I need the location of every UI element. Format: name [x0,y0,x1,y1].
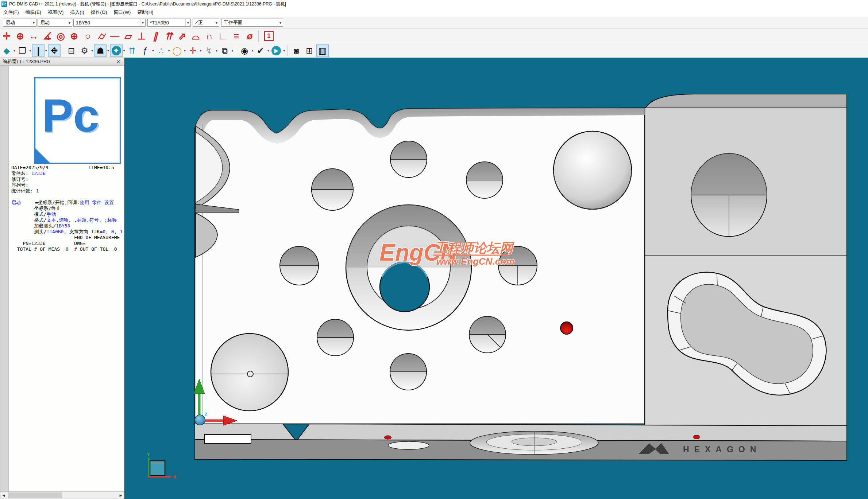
view-combo[interactable]: Z正▾ [193,19,219,27]
menu-item-6[interactable]: 帮助(H) [134,9,157,16]
program-line: 序列号: [11,182,124,188]
profile-line-icon[interactable]: ∩ [202,30,216,43]
toolbar-main: ◆▾❒▾❙▾✥⊟⚙▾☗▾✥▾⇈ƒ▾∴▾◯▾✛▾↯▾⧉▾◉▾✔▾▶▾◙⊞▥ [0,43,868,59]
edit-window-hscrollbar[interactable]: ◄ ► [0,491,124,499]
dome-feature [211,334,288,411]
program-line: DATE=2025/9/9 TIME=10:5 [11,165,124,171]
program-line: 启动 =坐标系/开始,回调:使用_零件_设置 [11,200,124,206]
circularity-icon[interactable]: ○ [81,30,94,43]
program-line: 修订号: [11,176,124,182]
chevron-down-icon[interactable]: ▾ [214,19,219,26]
edit-window-titlebar[interactable]: 编辑窗口 - 12336.PRG ✕ [0,58,124,66]
view-combo-value: Z正 [195,19,203,26]
angularity-icon[interactable]: ∡ [40,30,54,43]
parallelism-icon[interactable]: ∥ [148,30,162,43]
chevron-down-icon[interactable]: ▾ [283,49,285,52]
probe-toggle-icon[interactable]: ❙ [32,44,45,57]
workplane-combo[interactable]: 工作平面▾ [221,19,283,27]
vector-axes-icon[interactable]: ⇈ [126,44,138,57]
probe-file-combo[interactable]: 1BY50▾ [73,19,146,27]
chevron-down-icon[interactable]: ▾ [140,19,145,26]
menu-item-5[interactable]: 窗口(W) [110,9,134,16]
ellipse-tool-icon[interactable]: ◯ [171,44,183,57]
chevron-down-icon[interactable]: ▾ [184,49,186,52]
chevron-down-icon[interactable]: ▾ [216,49,217,52]
chevron-down-icon[interactable]: ▾ [30,49,31,52]
program-text[interactable]: DATE=2025/9/9 TIME=10:5零件名: 12336修订号:序列号… [11,165,124,252]
profile-surface-icon[interactable]: ⌓ [189,30,202,43]
translate-view-icon[interactable]: ✥ [48,44,61,57]
app-icon: Pc [1,1,7,7]
axis-z-label: Z [204,412,208,417]
target-cross-icon[interactable]: ✛ [187,44,199,57]
scroll-left-arrow-icon[interactable]: ◄ [0,493,7,498]
true-position-icon[interactable]: ⊕ [13,30,27,43]
chevron-down-icon[interactable]: ▾ [152,49,154,52]
chevron-down-icon[interactable]: ▾ [251,49,253,52]
concentricity-icon[interactable]: ◎ [54,30,67,43]
chevron-down-icon[interactable]: ▾ [232,49,234,52]
chevron-down-icon[interactable]: ▾ [67,19,72,26]
straightness-icon[interactable]: — [108,30,121,43]
menu-item-1[interactable]: 编辑(E) [22,9,45,16]
circular-runout-icon[interactable]: ⇗ [175,30,189,43]
chart-window-icon[interactable]: ▥ [316,44,329,57]
close-icon[interactable]: ✕ [115,59,122,65]
chevron-down-icon[interactable]: ▾ [13,49,15,52]
program-line: PN=12336 DWG= [11,241,124,246]
manual-mode-icon[interactable]: ☗ [94,44,107,57]
probe-mode-icon[interactable]: ◆ [0,44,13,57]
pan-view-icon[interactable]: ✥ [110,44,123,57]
chevron-down-icon[interactable]: ▾ [200,49,202,52]
edit-window-body[interactable]: Pc DATE=2025/9/9 TIME=10:5零件名: 12336修订号:… [0,66,124,491]
check-icon[interactable]: ✔ [254,44,267,57]
startup-combo-1[interactable]: 启动▾ [3,19,36,27]
edit-window-title: 编辑窗口 - 12336.PRG [3,58,51,65]
graphics-viewport[interactable]: HEXAGON Z X EngCN 工程师论坛网 www.EngCN.com Y… [124,58,868,499]
comment-icon[interactable]: ⊟ [65,44,78,57]
duplicate-icon[interactable]: ⧉ [219,44,231,57]
cylindricity-icon[interactable]: ⌭ [94,30,108,43]
chevron-down-icon[interactable]: ▾ [267,49,269,52]
view-cube-icon[interactable]: ❒ [16,44,29,57]
camera-icon[interactable]: ◙ [290,44,302,57]
chevron-down-icon[interactable]: ▾ [123,49,125,52]
mini-axis-x-label: X [173,474,177,480]
flatness-icon[interactable]: ▱ [121,30,135,43]
menu-item-3[interactable]: 插入(I) [67,9,87,16]
menu-bar: 文件(F)编辑(E)视图(V)插入(I)操作(O)窗口(W)帮助(H) [0,8,868,17]
menu-item-0[interactable]: 文件(F) [0,9,22,16]
menu-item-2[interactable]: 视图(V) [45,9,67,16]
chevron-down-icon[interactable]: ▾ [92,49,93,52]
edit-window-gutter [0,66,9,491]
scroll-right-arrow-icon[interactable]: ► [117,493,124,498]
symmetry-icon[interactable]: ≡ [229,30,243,43]
chevron-down-icon[interactable]: ▾ [278,19,283,26]
play-icon[interactable]: ▶ [270,44,282,57]
points-icon[interactable]: ∴ [155,44,167,57]
chevron-down-icon[interactable]: ▾ [185,19,190,26]
label-1-icon[interactable]: 1 [264,31,274,41]
scrollbar-thumb[interactable] [8,492,62,498]
pcdmis-logo-text: Pc [42,89,99,142]
path-view-icon[interactable]: ◉ [238,44,251,57]
diameter-icon[interactable]: ø [243,30,256,43]
menu-item-4[interactable]: 操作(O) [88,9,111,16]
settings-gears-icon[interactable]: ⚙ [78,44,91,57]
position-circle-icon[interactable]: ⊕ [67,30,81,43]
feature-jump-icon[interactable]: ƒ [139,44,151,57]
chevron-down-icon[interactable]: ▾ [107,49,109,52]
position-target-icon[interactable]: ✛ [0,30,13,43]
datum-angle-icon[interactable]: ∟ [216,30,229,43]
perpendicularity-icon[interactable]: ⊥ [135,30,148,43]
probe-tip-combo[interactable]: *T1A0B0▾ [147,19,191,27]
chevron-down-icon[interactable]: ▾ [45,49,47,52]
distance-icon[interactable]: ↔ [27,30,40,43]
chevron-down-icon[interactable]: ▾ [168,49,170,52]
report-window-icon[interactable]: ⊞ [303,44,316,57]
chevron-down-icon[interactable]: ▾ [31,19,36,26]
disabled-run-icon[interactable]: ↯ [202,44,215,57]
total-runout-icon[interactable]: ⇈ [162,30,175,43]
startup-combo-2[interactable]: 启动▾ [38,19,72,27]
edit-window-panel: 编辑窗口 - 12336.PRG ✕ Pc DATE=2025/9/9 TIME… [0,58,124,499]
